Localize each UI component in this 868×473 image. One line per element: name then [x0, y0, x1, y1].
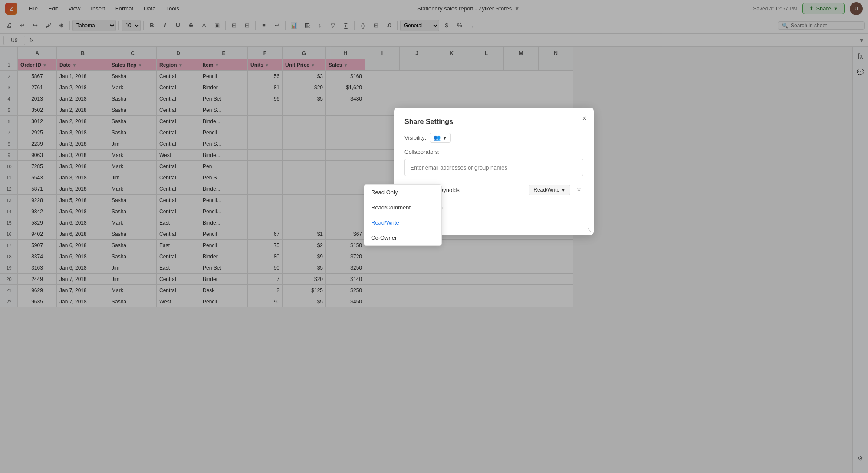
- collaborators-label: Collaborators:: [404, 149, 583, 155]
- dropdown-item-read-comment[interactable]: Read/Comment: [364, 200, 441, 215]
- permission-dropdown-menu: Read Only Read/Comment Read/Write Co-Own…: [364, 184, 442, 246]
- modal-overlay: Share Settings × Visibility: 👥 ▼ Collabo…: [0, 0, 868, 473]
- dropdown-item-read-only[interactable]: Read Only: [364, 185, 441, 200]
- permission-label-carla: Read/Write: [533, 187, 559, 193]
- remove-collaborator-carla[interactable]: ×: [575, 186, 583, 194]
- visibility-icon: 👥: [434, 134, 441, 141]
- visibility-label: Visibility:: [404, 134, 426, 141]
- visibility-dropdown-btn[interactable]: 👥 ▼: [430, 133, 451, 143]
- chevron-down-icon: ▼: [442, 135, 447, 140]
- resize-handle[interactable]: ⤡: [587, 226, 592, 233]
- dropdown-item-read-write[interactable]: Read/Write: [364, 215, 441, 230]
- modal-title: Share Settings: [404, 118, 583, 126]
- modal-close-button[interactable]: ×: [582, 114, 587, 122]
- dropdown-item-co-owner[interactable]: Co-Owner: [364, 230, 441, 245]
- permission-chevron-icon-carla: ▼: [561, 188, 566, 192]
- collaborator-name-ming: Ming Yin: [421, 204, 583, 211]
- permission-dropdown-btn-carla[interactable]: Read/Write ▼: [529, 185, 570, 195]
- visibility-row: Visibility: 👥 ▼: [404, 133, 583, 143]
- email-input[interactable]: [404, 159, 583, 176]
